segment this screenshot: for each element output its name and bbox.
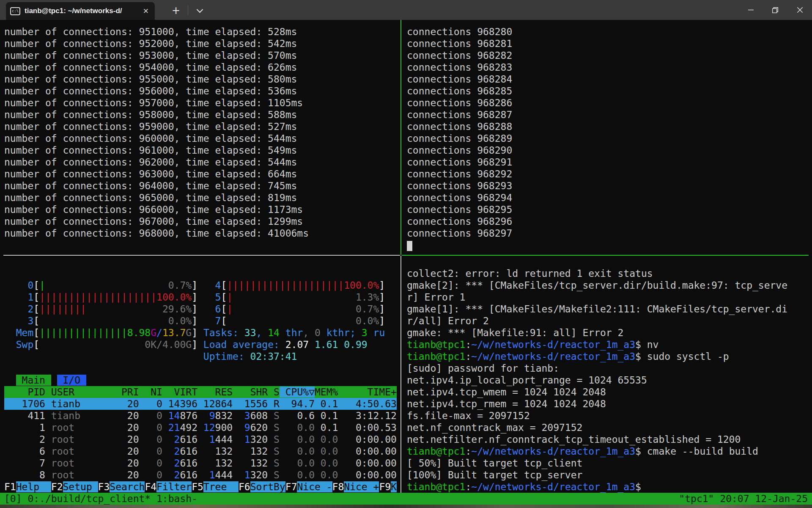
text-segment: net.ipv4.ip_local_port_range = 1024 6553…	[407, 375, 647, 386]
text-segment	[233, 304, 356, 315]
terminal-line: number of connections: 952000, time elap…	[4, 38, 297, 50]
tab-close-icon[interactable]: ✕	[141, 7, 151, 15]
text-segment: 1	[233, 434, 250, 445]
terminal-line: [100%] Built target tcp_server	[407, 469, 582, 481]
text-segment: 0K/4.00G	[145, 339, 192, 350]
pane-tcp-client-log[interactable]: number of connections: 951000, time elap…	[4, 26, 309, 239]
terminal-line: PID USER PRI NI VIRT RES SHR S CPU%▽MEM%…	[4, 386, 397, 398]
text-segment: F7	[285, 481, 297, 492]
text-segment: connections 968280	[407, 26, 512, 37]
text-segment: $	[635, 481, 641, 492]
terminal-line: number of connections: 967000, time elap…	[4, 215, 303, 227]
text-segment: 4	[198, 280, 221, 291]
text-segment: ~/w/networks-d/reactor_1m_a3	[471, 351, 635, 362]
text-segment: [	[33, 292, 39, 303]
terminal-line: connections 968292	[407, 168, 512, 180]
terminal-line: connections 968296	[407, 215, 512, 227]
pane-htop[interactable]: 0[| 0.7%] 4[||||||||||||||||||||100.0%] …	[4, 279, 397, 493]
text-segment: root	[51, 434, 98, 445]
text-segment: 0.1	[315, 410, 338, 421]
text-segment: gmake[1]: *** [CMakeFiles/Makefile2:111:…	[407, 304, 787, 315]
text-segment: 29.6%	[162, 304, 192, 315]
restore-button[interactable]	[763, 0, 787, 20]
text-segment: :	[465, 481, 471, 492]
text-segment: connections 968294	[407, 192, 512, 203]
text-segment: 14	[268, 327, 280, 338]
text-segment: number of connections: 959000, time elap…	[4, 121, 297, 132]
pane-divider-vertical-active[interactable]	[401, 20, 401, 255]
text-segment: Nice -	[297, 481, 332, 492]
pane-connections-log[interactable]: connections 968280connections 968281conn…	[407, 26, 512, 251]
terminal-line: Uptime: 02:37:41	[4, 351, 297, 362]
text-segment: gmake[2]: *** [CMakeFiles/tcp_server.dir…	[407, 280, 787, 291]
text-segment: /	[156, 327, 162, 338]
minimize-button[interactable]	[738, 0, 763, 20]
tab-dropdown-button[interactable]	[191, 3, 208, 18]
text-segment: number of connections: 954000, time elap…	[4, 62, 297, 73]
text-segment: 1.3%	[356, 292, 379, 303]
text-segment: 616	[180, 458, 198, 469]
terminal-line: connections 968289	[407, 133, 512, 144]
minimize-icon	[748, 7, 754, 13]
close-button[interactable]	[787, 0, 812, 20]
text-segment: kthr	[321, 327, 350, 338]
text-segment: G	[151, 327, 156, 338]
text-segment: gmake: *** [Makefile:91: all] Error 2	[407, 327, 623, 338]
terminal-line: connections 968283	[407, 61, 512, 73]
text-segment: ;	[350, 327, 362, 338]
text-segment: [	[33, 280, 39, 291]
text-segment: Mem	[4, 327, 33, 338]
pane-divider-horizontal-left[interactable]	[3, 255, 400, 256]
terminal-line: 2 root 20 0 2616 1444 1320 S 0.0 0.0 0:0…	[4, 433, 397, 445]
terminal-line: net.nf_conntrack_max = 2097152	[407, 422, 582, 433]
terminal-line: connections 968287	[407, 109, 512, 121]
text-segment: root	[51, 422, 98, 433]
text-segment: :	[465, 339, 471, 350]
text-segment: F1	[4, 481, 16, 492]
text-segment: number of connections: 960000, time elap…	[4, 133, 297, 144]
text-segment: [	[221, 304, 227, 315]
text-segment: 900	[215, 422, 233, 433]
text-segment: F3	[98, 481, 110, 492]
text-segment: 616	[180, 469, 198, 480]
terminal-tab[interactable]: c:\ tianb@tpc1: ~/w/networks-d/ ✕	[6, 2, 155, 20]
pane-divider-horizontal-right-active[interactable]	[402, 255, 809, 256]
window-controls	[738, 0, 812, 20]
text-segment: net.nf_conntrack_max = 2097152	[407, 422, 582, 433]
terminal-line: fs.file-max = 2097152	[407, 410, 530, 422]
text-segment: 320	[250, 434, 268, 445]
text-segment: S	[268, 469, 280, 480]
text-segment: 20	[98, 434, 139, 445]
text-segment: 2	[162, 469, 180, 480]
text-segment: tianb@tpc1	[407, 481, 465, 492]
terminal-line: connections 968280	[407, 26, 512, 38]
text-segment: 8.98	[127, 327, 151, 338]
text-segment: 0	[139, 446, 162, 457]
pane-shell[interactable]: collect2: error: ld returned 1 exit stat…	[407, 268, 787, 493]
terminal-area[interactable]: number of connections: 951000, time elap…	[0, 20, 812, 505]
tmux-session-windows[interactable]: [0] 0:./build/tcp_client* 1:bash-	[4, 493, 198, 505]
terminal-line: 7 root 20 0 2616 132 132 S 0.0 0.0 0:00.…	[4, 457, 397, 469]
text-segment: VIRT	[162, 387, 198, 398]
text-segment: collect2: error: ld returned 1 exit stat…	[407, 268, 653, 279]
text-segment: number of connections: 964000, time elap…	[4, 180, 297, 191]
text-segment: USER	[51, 387, 98, 398]
terminal-line: Swp[ 0K/4.00G] Load average: 2.07 1.61 0…	[4, 339, 368, 351]
text-segment	[45, 410, 51, 421]
text-segment: 2	[162, 434, 180, 445]
text-segment: 20	[98, 469, 139, 480]
pane-divider-vertical-lower[interactable]	[401, 256, 401, 493]
text-segment: net.ipv4.tcp_wmem = 1024 1024 2048	[407, 387, 606, 398]
text-segment: 0.0	[280, 446, 315, 457]
text-segment: ]	[192, 292, 198, 303]
text-segment: 0.0	[280, 422, 315, 433]
text-segment	[227, 315, 356, 326]
terminal-line: gmake[2]: *** [CMakeFiles/tcp_server.dir…	[407, 279, 787, 291]
text-segment: [100%] Built target tcp_server	[407, 469, 582, 480]
terminal-line: connections 968284	[407, 73, 512, 85]
text-segment: tianb	[51, 410, 98, 421]
text-segment: :	[465, 446, 471, 457]
text-segment: 876	[180, 410, 198, 421]
new-tab-button[interactable]: +	[167, 3, 184, 18]
terminal-line: 6 root 20 0 2616 132 132 S 0.0 0.0 0:00.…	[4, 445, 397, 457]
